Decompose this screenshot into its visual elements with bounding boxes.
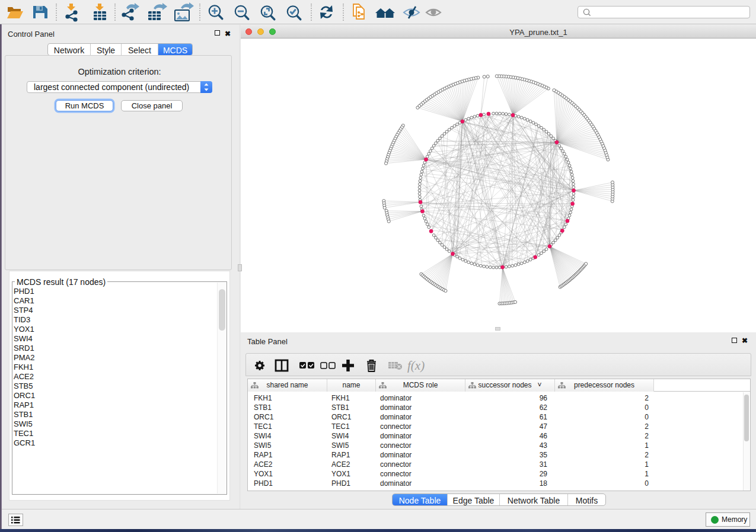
svg-text:f(x): f(x) xyxy=(407,358,425,373)
